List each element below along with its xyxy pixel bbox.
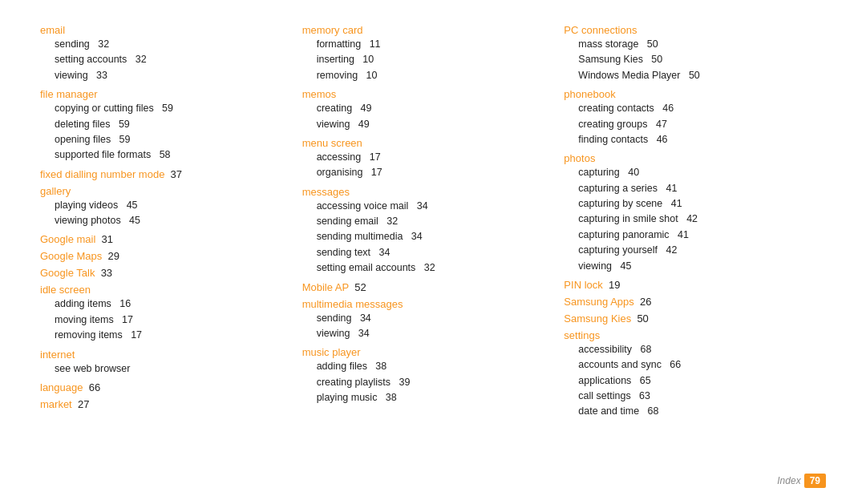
sub-items: creating 49viewing 49 (317, 101, 548, 132)
sub-item: setting accounts 32 (55, 52, 286, 67)
entry-header: gallery (40, 185, 286, 197)
sub-item: playing videos 45 (55, 198, 286, 213)
sub-item: creating playlists 39 (317, 375, 548, 390)
sub-item: capturing in smile shot 42 (578, 212, 810, 227)
sub-item: sending 34 (317, 311, 548, 326)
entry-header: email (40, 24, 286, 36)
sub-items: sending 32setting accounts 32viewing 33 (55, 37, 286, 83)
sub-item: removing items 17 (55, 328, 286, 343)
sub-item: accessing 17 (317, 150, 548, 165)
entry-header: Google Maps 29 (40, 250, 286, 262)
sub-items: accessing voice mail 34sending email 32s… (317, 199, 548, 276)
entry-header: memos (302, 88, 548, 100)
sub-item: capturing a series 41 (578, 181, 810, 196)
sub-items: formatting 11inserting 10removing 10 (317, 37, 548, 83)
sub-items: accessing 17organising 17 (317, 150, 548, 181)
index-entry: internetsee web browser (40, 349, 286, 377)
sub-item: viewing 45 (578, 259, 810, 274)
entry-header: Samsung Apps 26 (564, 296, 810, 308)
index-entry: settingsaccessibility 68accounts and syn… (564, 329, 810, 420)
index-entry: memory cardformatting 11inserting 10remo… (302, 24, 548, 83)
sub-item: applications 65 (578, 373, 810, 389)
sub-items: creating contacts 46creating groups 47fi… (578, 101, 810, 147)
index-entry: idle screenadding items 16moving items 1… (40, 284, 286, 343)
sub-item: mass storage 50 (578, 37, 810, 52)
sub-item: accessibility 68 (578, 342, 810, 357)
sub-item: adding files 38 (317, 359, 548, 374)
sub-items: sending 34viewing 34 (317, 311, 548, 342)
index-entry: photoscapturing 40capturing a series 41c… (564, 152, 810, 274)
sub-item: supported file formats 58 (55, 147, 286, 163)
sub-items: accessibility 68accounts and sync 66appl… (578, 342, 810, 420)
index-entry: multimedia messagessending 34viewing 34 (302, 298, 548, 342)
sub-item: creating contacts 46 (578, 101, 810, 116)
sub-item: capturing by scene 41 (578, 196, 810, 212)
sub-item: Samsung Kies 50 (578, 52, 810, 67)
sub-item: inserting 10 (317, 52, 548, 67)
entry-header: menu screen (302, 137, 548, 149)
index-entry: Google mail 31 (40, 233, 286, 245)
sub-item: setting email accounts 32 (317, 260, 548, 276)
entry-header: messages (302, 186, 548, 198)
index-entry: galleryplaying videos 45viewing photos 4… (40, 185, 286, 229)
index-entry: Google Maps 29 (40, 250, 286, 262)
page: emailsending 32setting accounts 32viewin… (0, 0, 866, 504)
column-2: PC connectionsmass storage 50Samsung Kie… (564, 24, 826, 466)
sub-items: capturing 40capturing a series 41capturi… (578, 165, 810, 274)
index-entry: PC connectionsmass storage 50Samsung Kie… (564, 24, 810, 83)
sub-item: sending 32 (55, 37, 286, 52)
sub-item: viewing 33 (55, 68, 286, 83)
sub-item: viewing photos 45 (55, 213, 286, 228)
entry-header: Google Talk 33 (40, 267, 286, 279)
index-entry: emailsending 32setting accounts 32viewin… (40, 24, 286, 83)
entry-header: music player (302, 346, 548, 358)
entry-header: photos (564, 152, 810, 164)
entry-header: phonebook (564, 88, 810, 100)
entry-header: internet (40, 349, 286, 361)
index-entry: file managercopying or cutting files 59d… (40, 88, 286, 163)
sub-item: organising 17 (317, 165, 548, 180)
index-entry: PIN lock 19 (564, 279, 810, 291)
entry-header: idle screen (40, 284, 286, 296)
index-entry: market 27 (40, 398, 286, 410)
column-0: emailsending 32setting accounts 32viewin… (40, 24, 302, 466)
index-entry: music playeradding files 38creating play… (302, 346, 548, 405)
footer: Index 79 (40, 466, 826, 488)
sub-item: deleting files 59 (55, 117, 286, 132)
sub-item: moving items 17 (55, 312, 286, 328)
index-entry: Samsung Apps 26 (564, 296, 810, 308)
sub-items: mass storage 50Samsung Kies 50Windows Me… (578, 37, 810, 83)
sub-item: viewing 49 (317, 117, 548, 132)
entry-header: Google mail 31 (40, 233, 286, 245)
entry-header: memory card (302, 24, 548, 36)
index-entry: Google Talk 33 (40, 267, 286, 279)
entry-header: Mobile AP 52 (302, 281, 548, 293)
sub-items: adding items 16moving items 17removing i… (55, 296, 286, 343)
entry-header: fixed dialling number mode 37 (40, 168, 286, 180)
index-entry: memoscreating 49viewing 49 (302, 88, 548, 132)
column-1: memory cardformatting 11inserting 10remo… (302, 24, 565, 466)
sub-item: creating groups 47 (578, 117, 810, 132)
sub-item: date and time 68 (578, 404, 810, 419)
index-entry: language 66 (40, 381, 286, 393)
entry-header: file manager (40, 88, 286, 100)
sub-item: see web browser (55, 361, 286, 377)
sub-item: capturing yourself 42 (578, 243, 810, 258)
sub-item: playing music 38 (317, 390, 548, 405)
sub-item: accounts and sync 66 (578, 357, 810, 373)
entry-header: Samsung Kies 50 (564, 312, 810, 325)
sub-items: adding files 38creating playlists 39play… (317, 359, 548, 405)
sub-item: viewing 34 (317, 326, 548, 341)
entry-header: language 66 (40, 381, 286, 393)
entry-header: market 27 (40, 398, 286, 410)
sub-item: sending multimedia 34 (317, 229, 548, 244)
sub-item: sending text 34 (317, 245, 548, 260)
sub-item: copying or cutting files 59 (55, 101, 286, 116)
sub-item: removing 10 (317, 68, 548, 83)
sub-item: creating 49 (317, 101, 548, 116)
index-entry: fixed dialling number mode 37 (40, 168, 286, 180)
sub-item: finding contacts 46 (578, 132, 810, 147)
sub-item: opening files 59 (55, 132, 286, 147)
sub-item: Windows Media Player 50 (578, 68, 810, 83)
entry-header: multimedia messages (302, 298, 548, 310)
